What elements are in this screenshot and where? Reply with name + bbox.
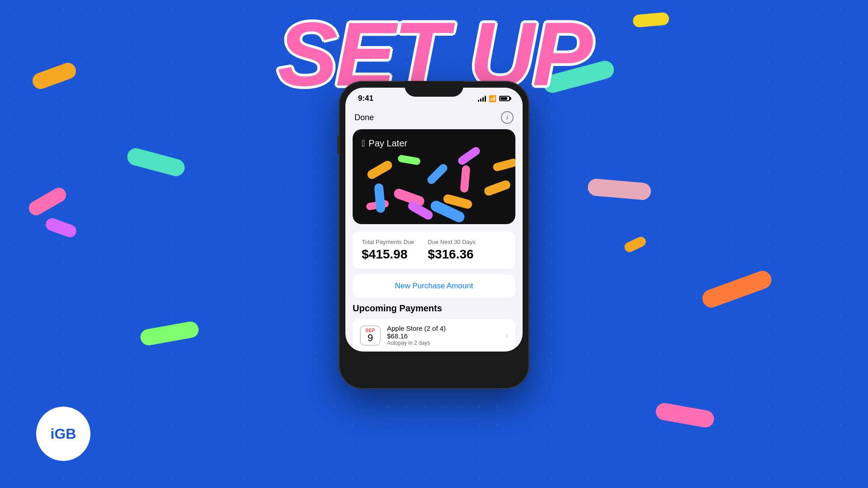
sprinkle-s3 [26,185,69,218]
total-payments-label: Total Payments Due [362,239,414,245]
payment-sub-amount: $68.16 [387,332,499,340]
payment-autopay: Autopay in 2 days [387,340,499,346]
sprinkle-s2 [125,146,186,178]
app-header: Done i [345,106,523,129]
payment-row[interactable]: SEP 9 Apple Store (2 of 4) $68.16 Autopa… [353,319,515,352]
card-sprinkle-5 [483,179,511,197]
phone-screen: 9:41 📶 Done i [345,88,523,352]
status-icons: 📶 [478,95,510,102]
sprinkle-s8 [623,235,648,253]
card-sprinkle-4 [460,165,470,192]
battery-icon [499,96,510,101]
status-time: 9:41 [358,94,373,103]
payment-info: Apple Store (2 of 4) $68.16 Autopay in 2… [387,324,499,346]
payment-summary: Total Payments Due $415.98 Due Next 30 D… [353,231,515,269]
apple-logo-icon:  [362,138,365,149]
date-badge: SEP 9 [360,325,381,346]
total-payments-amount: $415.98 [362,247,414,262]
info-button[interactable]: i [501,111,514,124]
sprinkle-s7 [587,178,652,201]
pay-later-card:  Pay Later [353,129,515,224]
sprinkle-s5 [139,320,200,347]
upcoming-payments-section: Upcoming Payments SEP 9 Apple Store (2 o… [345,303,523,352]
chevron-right-icon: › [505,331,508,340]
upcoming-payments-title: Upcoming Payments [353,303,515,314]
date-day: 9 [361,333,380,343]
payment-merchant: Apple Store (2 of 4) [387,324,499,332]
phone-container: 9:41 📶 Done i [339,81,529,389]
igb-logo: iGB [36,407,90,461]
sprinkle-s4 [44,216,78,239]
pay-later-label: Pay Later [368,138,407,149]
new-purchase-label: New Purchase Amount [395,282,473,290]
signal-icon [478,95,486,102]
card-sprinkle-0 [366,159,394,180]
new-purchase-button[interactable]: New Purchase Amount [353,274,515,298]
card-sprinkle-6 [397,155,421,165]
card-sprinkle-10 [374,183,386,213]
card-sprinkle-12 [492,158,515,172]
done-button[interactable]: Done [354,113,374,122]
sprinkle-s10 [655,402,716,429]
sprinkle-s6 [542,59,616,95]
wifi-icon: 📶 [489,95,496,102]
due-next-col: Due Next 30 Days $316.36 [428,239,476,262]
phone-frame: 9:41 📶 Done i [339,81,529,389]
due-next-amount: $316.36 [428,247,476,262]
card-sprinkle-2 [426,162,449,186]
due-next-label: Due Next 30 Days [428,239,476,245]
sprinkle-s1 [30,61,78,91]
total-payments-col: Total Payments Due $415.98 [362,239,414,262]
sprinkle-s11 [632,12,670,28]
sprinkle-s9 [700,268,774,310]
card-header:  Pay Later [362,138,506,149]
phone-notch [405,81,463,97]
igb-logo-text: iGB [51,426,76,442]
